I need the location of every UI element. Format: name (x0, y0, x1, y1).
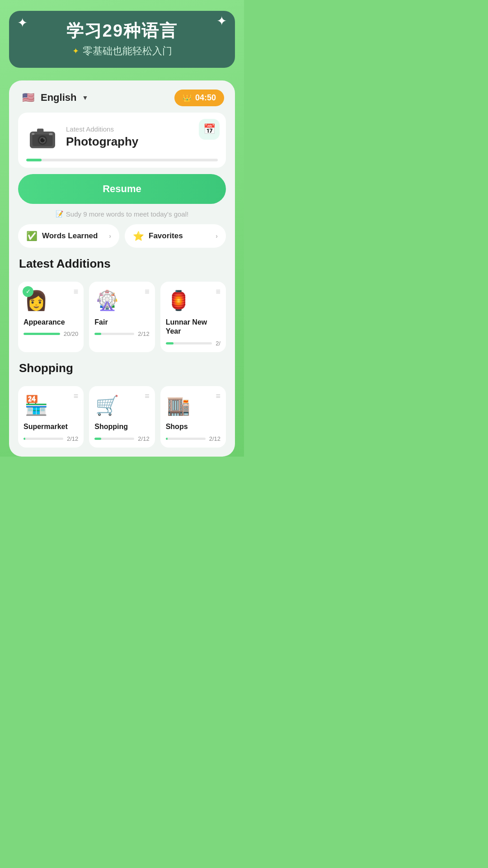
card-progress-supermarket: 2/12 (23, 435, 78, 442)
main-card: 🇺🇸 English ▼ 👑 04:50 (9, 80, 235, 457)
shops-icon: 🏬 (166, 392, 191, 418)
card-progress-fill (23, 333, 60, 335)
svg-point-5 (43, 138, 45, 139)
lesson-card[interactable]: Latest Additions Photography 📅 (18, 113, 226, 168)
card-name-shops: Shops (166, 422, 221, 432)
card-count-fair: 2/12 (138, 330, 149, 337)
category-card-shopping[interactable]: ≡ 🛒 Shopping 2/12 (89, 386, 155, 448)
shopping-cards-row: ≡ 🏪 Supermarket 2/12 ≡ 🛒 Shopping (18, 386, 226, 448)
chevron-right-icon-2: › (216, 232, 218, 240)
shopping-icon: 🛒 (94, 392, 120, 418)
fair-icon: 🎡 (94, 288, 120, 313)
menu-dots-icon[interactable]: ≡ (74, 287, 79, 297)
menu-dots-icon-2[interactable]: ≡ (145, 287, 150, 297)
card-progress-lunar: 2/ (166, 340, 221, 347)
category-card-shops[interactable]: ≡ 🏬 Shops 2/12 (160, 386, 226, 448)
category-card-lunar[interactable]: ≡ 🏮 Lunnar New Year 2/ (160, 282, 226, 353)
card-count-appearance: 20/20 (64, 330, 79, 337)
card-progress-shops: 2/12 (166, 435, 221, 442)
card-header: 🇺🇸 English ▼ 👑 04:50 (18, 90, 226, 106)
language-name: English (41, 92, 76, 104)
favorites-button[interactable]: ⭐ Favorites › (125, 224, 226, 248)
sparkle-tl-icon: ✦ (17, 15, 28, 30)
page-wrapper: ✦ ✦ 学习29种语言 ✦ 零基础也能轻松入门 🇺🇸 English ▼ 👑 0… (0, 0, 244, 457)
card-progress-fill-6 (166, 438, 168, 440)
svg-rect-8 (32, 133, 34, 135)
card-name-supermarket: Supermarket (23, 422, 78, 432)
chevron-right-icon: › (109, 232, 111, 240)
lesson-title: Photography (66, 135, 218, 149)
star-icon: ⭐ (133, 231, 144, 241)
card-progress-fill-2 (94, 333, 101, 335)
card-name-lunar: Lunnar New Year (166, 318, 221, 337)
menu-dots-icon-4[interactable]: ≡ (74, 392, 79, 401)
card-progress-shopping: 2/12 (94, 435, 149, 442)
star-yellow-icon: ✦ (72, 46, 79, 56)
category-card-supermarket[interactable]: ≡ 🏪 Supermarket 2/12 (18, 386, 84, 448)
lunar-icon: 🏮 (166, 288, 191, 313)
banner-subtitle: ✦ 零基础也能轻松入门 (27, 44, 217, 58)
menu-dots-icon-5[interactable]: ≡ (145, 392, 150, 401)
crown-icon: 👑 (183, 94, 192, 102)
flag-icon: 🇺🇸 (20, 90, 36, 106)
latest-additions-section-title: Latest Additions (18, 257, 226, 271)
svg-rect-7 (49, 133, 52, 135)
timer-badge[interactable]: 👑 04:50 (174, 90, 224, 106)
category-card-fair[interactable]: ≡ 🎡 Fair 2/12 (89, 282, 155, 353)
card-name-fair: Fair (94, 318, 149, 327)
edit-icon: 📝 (56, 210, 63, 217)
camera-icon (26, 121, 59, 153)
card-progress-fair: 2/12 (94, 330, 149, 337)
lesson-progress-fill (26, 159, 42, 161)
menu-dots-icon-3[interactable]: ≡ (216, 287, 221, 297)
goal-text: 📝 Sudy 9 more words to meet today's goal… (18, 210, 226, 218)
check-icon: ✅ (26, 231, 38, 241)
card-progress-fill-5 (94, 438, 101, 440)
calendar-check-button[interactable]: 📅 (199, 119, 220, 140)
category-card-appearance[interactable]: ✓ ≡ 👩 Appearance 20/20 (18, 282, 84, 353)
card-progress-fill-3 (166, 342, 174, 344)
supermarket-icon: 🏪 (23, 392, 49, 418)
dropdown-arrow-icon: ▼ (82, 94, 88, 101)
favorites-label: Favorites (149, 231, 183, 241)
completed-badge: ✓ (23, 286, 33, 297)
lesson-info: Latest Additions Photography (66, 125, 218, 149)
card-count-shopping: 2/12 (138, 435, 149, 442)
quick-actions: ✅ Words Learned › ⭐ Favorites › (18, 224, 226, 248)
timer-value: 04:50 (195, 93, 216, 103)
shopping-section-title: Shopping (18, 361, 226, 375)
sparkle-tr-icon: ✦ (216, 14, 227, 28)
top-banner: ✦ ✦ 学习29种语言 ✦ 零基础也能轻松入门 (9, 11, 235, 68)
card-name-appearance: Appearance (23, 318, 78, 327)
svg-rect-6 (37, 128, 43, 132)
card-name-shopping: Shopping (94, 422, 149, 432)
card-progress-fill-4 (23, 438, 25, 440)
card-count-lunar: 2/ (216, 340, 221, 347)
latest-additions-cards-row: ✓ ≡ 👩 Appearance 20/20 ≡ 🎡 Fair (18, 282, 226, 353)
lesson-progress-bar (26, 159, 218, 161)
words-learned-button[interactable]: ✅ Words Learned › (18, 224, 119, 248)
banner-title: 学习29种语言 (27, 21, 217, 42)
menu-dots-icon-6[interactable]: ≡ (216, 392, 221, 401)
card-count-supermarket: 2/12 (67, 435, 78, 442)
language-selector[interactable]: 🇺🇸 English ▼ (20, 90, 88, 106)
words-learned-label: Words Learned (42, 231, 98, 241)
card-progress-appearance: 20/20 (23, 330, 78, 337)
lesson-category-label: Latest Additions (66, 125, 218, 133)
resume-button[interactable]: Resume (18, 174, 226, 204)
card-count-shops: 2/12 (209, 435, 221, 442)
